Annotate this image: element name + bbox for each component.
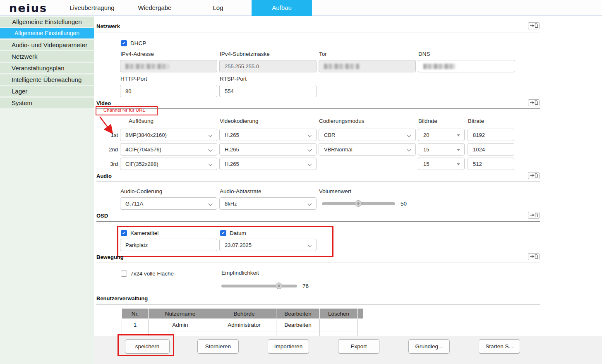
resolution-select-2nd[interactable]: 4CIF(704x576) [120, 143, 217, 156]
export-section-video-button[interactable] [528, 99, 540, 106]
section-title-benutzerverwaltung: Benutzerverwaltung [96, 295, 148, 302]
user-role-cell: Administrator [212, 319, 276, 331]
top-navigation-bar: neius Liveübertragung Wiedergabe Log Auf… [0, 0, 602, 16]
triangle-down-icon [457, 163, 460, 165]
table-header-row: Nr. Nutzername Behörde Bearbeiten Lösche… [122, 309, 364, 319]
export-section-netzwerk-button[interactable] [528, 22, 540, 29]
export-section-osd-button[interactable] [528, 212, 540, 219]
sidebar-item-intelligente-ueberwachung[interactable]: Intelligente Überwachung [0, 74, 94, 85]
camera-title-label: Kameratitel [130, 230, 158, 236]
framerate-column-label: Bildrate [418, 118, 437, 124]
dns-input[interactable] [418, 60, 515, 72]
sidebar-item-system[interactable]: System [0, 98, 94, 108]
section-title-bewegung: Bewegung [96, 254, 124, 260]
chevron-down-icon [308, 162, 312, 166]
resolution-select-3rd[interactable]: CIF(352x288) [120, 158, 217, 170]
framerate-combo-1st[interactable]: 20 [418, 129, 465, 141]
redacted-gateway-value [324, 64, 359, 69]
subnet-mask-input [219, 60, 317, 72]
section-divider [96, 263, 540, 263]
section-title-audio: Audio [96, 173, 112, 179]
user-name-cell: Admin [149, 319, 212, 331]
chevron-down-icon [209, 148, 213, 152]
sidebar-item-veranstaltungsplan[interactable]: Veranstaltungsplan [0, 63, 94, 73]
bitrate-input-1st[interactable] [468, 129, 514, 141]
chevron-down-icon [209, 133, 213, 137]
annotation-channel-note-text: Channel Nr für URL [103, 108, 145, 113]
section-title-video: Video [96, 100, 111, 106]
chevron-down-icon [308, 133, 312, 137]
settings-sidebar: Allgemeine Einstellungen Allgemeine Eins… [0, 17, 94, 364]
camera-title-input[interactable] [120, 239, 217, 251]
sidebar-item-allgemeine-einstellungen-selected[interactable]: Allgemeine Einstellungen [0, 28, 94, 38]
date-format-select[interactable]: 23.07.2025 [219, 239, 317, 251]
resolution-column-label: Auflösung [129, 118, 153, 124]
sensitivity-value: 76 [302, 283, 309, 289]
annotation-box-save-button [118, 334, 174, 356]
resolution-select-1st[interactable]: 8MP(3840x2160) [120, 129, 217, 141]
encoding-select-2nd[interactable]: H.265 [219, 143, 317, 156]
sidebar-group-allgemeine-einstellungen[interactable]: Allgemeine Einstellungen [0, 17, 94, 27]
bitrate-input-3rd[interactable] [468, 158, 514, 170]
col-bearbeiten: Bearbeiten [276, 309, 320, 319]
edit-user-link[interactable]: Bearbeiten [276, 319, 320, 331]
bitrate-input-2nd[interactable] [468, 143, 514, 156]
gateway-input [319, 60, 416, 72]
sensitivity-label: Empfindlichkeit [221, 270, 259, 276]
mode-column-label: Codierungsmodus [319, 118, 365, 124]
export-button[interactable]: Export [338, 339, 379, 354]
audio-samplerate-select[interactable]: 8kHz [219, 197, 317, 210]
export-section-audio-button[interactable] [528, 172, 540, 179]
cancel-button[interactable]: Stornieren [197, 339, 239, 354]
section-divider [96, 33, 540, 33]
mode-select-2nd[interactable]: VBRNormal [319, 143, 416, 156]
tab-aufbau[interactable]: Aufbau [252, 0, 312, 16]
col-behoerde: Behörde [212, 309, 276, 319]
volume-label: Volumenwert [319, 188, 351, 194]
volume-slider[interactable] [322, 202, 395, 205]
mode-select-1st[interactable]: CBR [319, 129, 416, 141]
dhcp-label: DHCP [130, 40, 146, 46]
sidebar-item-audio-videoparameter[interactable]: Audio- und Videoparameter [0, 40, 94, 50]
encoding-select-1st[interactable]: H.265 [219, 129, 317, 141]
framerate-combo-2nd[interactable]: 15 [418, 143, 465, 156]
ipv4-address-label: IPv4-Adresse [120, 51, 154, 57]
sidebar-item-netzwerk[interactable]: Netzwerk [0, 51, 94, 62]
audio-codec-label: Audio-Codierung [120, 188, 162, 194]
section-divider [96, 221, 540, 222]
camera-title-checkbox[interactable] [121, 230, 127, 236]
chevron-down-icon [209, 162, 213, 166]
col-extra [358, 309, 364, 319]
sensitivity-slider-handle[interactable] [276, 283, 282, 289]
full-area-checkbox[interactable] [121, 271, 127, 277]
sensitivity-slider[interactable] [221, 285, 297, 287]
arrow-to-document-icon [530, 253, 538, 261]
audio-codec-select[interactable]: G.711A [120, 197, 217, 210]
export-section-bewegung-button[interactable] [528, 253, 540, 260]
framerate-combo-3rd[interactable]: 15 [418, 158, 465, 170]
tab-log[interactable]: Log [187, 0, 249, 16]
section-divider [96, 182, 540, 182]
defaults-button[interactable]: Grundleg... [408, 339, 450, 354]
arrow-to-document-icon [530, 99, 538, 107]
restart-button[interactable]: Starten S... [479, 339, 520, 354]
section-title-netzwerk: Netzwerk [96, 23, 120, 29]
encoding-select-3rd[interactable]: H.265 [219, 158, 317, 170]
http-port-input[interactable] [120, 85, 217, 97]
audio-samplerate-label: Audio-Abtastrate [220, 188, 261, 194]
http-port-label: HTTP-Port [120, 76, 147, 82]
tab-wiedergabe[interactable]: Wiedergabe [124, 0, 185, 16]
date-checkbox[interactable] [220, 230, 226, 236]
tab-liveuebertragung[interactable]: Liveübertragung [60, 0, 124, 16]
stream-row-label: 1st [106, 132, 118, 138]
dhcp-checkbox[interactable] [121, 40, 127, 46]
chevron-down-icon [308, 148, 312, 152]
import-button[interactable]: Importieren [268, 339, 309, 354]
volume-slider-handle[interactable] [355, 200, 362, 207]
gateway-label: Tor [319, 51, 327, 57]
sidebar-item-lager[interactable]: Lager [0, 86, 94, 96]
encoding-column-label: Videokodierung [220, 118, 259, 124]
col-nutzername: Nutzername [149, 309, 212, 319]
triangle-down-icon [457, 134, 460, 136]
rtsp-port-input[interactable] [219, 85, 317, 97]
